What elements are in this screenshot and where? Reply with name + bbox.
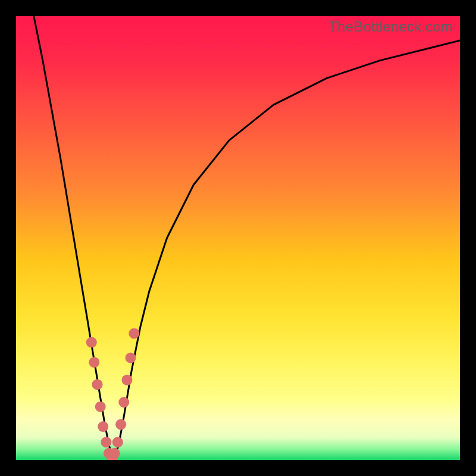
marker-point (122, 375, 133, 386)
marker-point (95, 402, 106, 412)
marker-point (109, 448, 120, 459)
chart-plot-area: TheBottleneck.com (16, 16, 460, 460)
highlighted-points (86, 328, 140, 460)
marker-point (92, 379, 103, 390)
marker-point (86, 337, 97, 347)
bottleneck-curve (34, 16, 460, 458)
marker-point (98, 421, 108, 432)
marker-point (118, 397, 129, 408)
bottleneck-chart (16, 16, 460, 460)
marker-point (112, 437, 123, 447)
marker-point (115, 419, 126, 430)
watermark-text: TheBottleneck.com (328, 18, 453, 35)
marker-point (101, 437, 111, 447)
marker-point (89, 357, 99, 368)
marker-point (129, 328, 139, 339)
marker-point (126, 352, 136, 363)
